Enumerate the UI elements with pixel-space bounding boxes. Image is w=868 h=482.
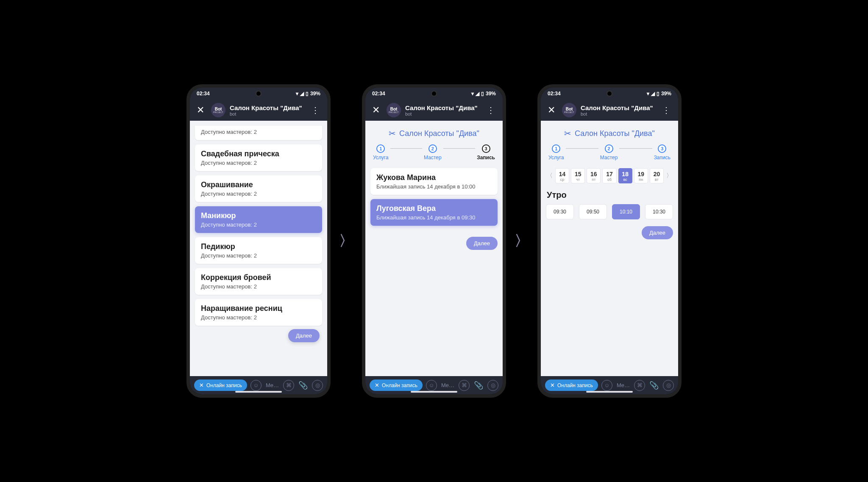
status-time: 02:34 [548, 91, 561, 97]
menu-dots-icon[interactable]: ⋮ [308, 103, 323, 117]
date-cell[interactable]: 18вс [618, 168, 632, 183]
header-subtitle: bot [581, 111, 654, 116]
date-number: 16 [587, 171, 600, 177]
commands-icon[interactable]: ⌘ [634, 380, 645, 391]
wifi-icon: ▾ [296, 91, 298, 97]
home-indicator [235, 391, 282, 393]
battery-icon: ▯ [481, 91, 484, 97]
commands-icon[interactable]: ⌘ [283, 380, 294, 391]
close-icon[interactable]: ✕ [194, 103, 207, 117]
service-card-partial[interactable]: Доступно мастеров: 2 [195, 126, 322, 140]
message-input[interactable]: Mess… [616, 382, 631, 388]
card-sub: Доступно мастеров: 2 [201, 314, 316, 321]
status-icons: ▾ ◢ ▯ 39% [296, 91, 320, 97]
date-next-icon[interactable]: 〉 [665, 172, 673, 180]
scissors-icon: ✂ [564, 128, 571, 139]
avatar-text-bottom: PROJECT [389, 111, 398, 114]
emoji-icon[interactable]: ☺ [426, 380, 437, 391]
header-text-block[interactable]: Салон Красоты "Дива" bot [405, 104, 479, 116]
chip-label: Онлайн запись [382, 382, 417, 388]
status-time: 02:34 [372, 91, 385, 97]
bot-avatar[interactable]: Bot PROJECT [387, 103, 401, 117]
next-button[interactable]: Далее [288, 329, 320, 342]
step-service[interactable]: 1 Услуга [548, 144, 564, 161]
header-title: Салон Красоты "Дива" [581, 104, 654, 111]
close-icon[interactable]: ✕ [545, 103, 558, 117]
date-cell[interactable]: 20вт [650, 168, 664, 183]
list-card[interactable]: МаникюрДоступно мастеров: 2 [195, 206, 322, 233]
card-title: Наращивание ресниц [201, 304, 316, 313]
list-card[interactable]: Жукова МаринаБлижайшая запись 14 декабря… [370, 168, 498, 195]
attach-icon[interactable]: 📎 [298, 380, 309, 391]
bot-avatar[interactable]: Bot PROJECT [211, 103, 225, 117]
date-cell[interactable]: 14ср [555, 168, 569, 183]
time-slot[interactable]: 09:30 [546, 204, 574, 219]
step-booking[interactable]: 3 Запись [477, 144, 495, 161]
avatar-text-bottom: PROJECT [213, 111, 223, 114]
step-circle: 3 [482, 144, 490, 153]
date-cell[interactable]: 16пт [587, 168, 601, 183]
emoji-icon[interactable]: ☺ [601, 380, 612, 391]
menu-dots-icon[interactable]: ⋮ [659, 103, 674, 117]
camera-icon[interactable]: ◎ [487, 380, 498, 391]
next-button[interactable]: Далее [466, 237, 498, 250]
list-card[interactable]: ПедикюрДоступно мастеров: 2 [195, 237, 322, 264]
list-card[interactable]: Луговская ВераБлижайшая запись 14 декабр… [370, 199, 498, 226]
attach-icon[interactable]: 📎 [648, 380, 659, 391]
close-icon[interactable]: ✕ [370, 103, 382, 117]
time-slot[interactable]: 10:30 [645, 204, 673, 219]
bot-avatar[interactable]: Bot PROJECT [562, 103, 576, 117]
home-indicator [411, 391, 457, 393]
step-service[interactable]: 1 Услуга [373, 144, 389, 161]
list-card[interactable]: ОкрашиваниеДоступно мастеров: 2 [195, 175, 322, 202]
step-line [390, 148, 423, 149]
online-booking-chip[interactable]: ✕ Онлайн запись [545, 380, 598, 391]
card-title: Луговская Вера [376, 204, 492, 213]
menu-dots-icon[interactable]: ⋮ [483, 103, 498, 117]
signal-icon: ◢ [476, 91, 479, 97]
date-weekday: чт [571, 177, 584, 182]
list-card[interactable]: Коррекция бровейДоступно мастеров: 2 [195, 268, 322, 295]
message-input[interactable]: Mess… [440, 382, 455, 388]
online-booking-chip[interactable]: ✕ Онлайн запись [194, 380, 247, 391]
camera-icon[interactable]: ◎ [663, 380, 674, 391]
date-cell[interactable]: 17сб [602, 168, 616, 183]
date-weekday: ср [556, 177, 569, 182]
step-circle: 1 [376, 144, 385, 153]
header-subtitle: bot [405, 111, 479, 116]
step-master[interactable]: 2 Мастер [424, 144, 442, 161]
attach-icon[interactable]: 📎 [473, 380, 484, 391]
step-booking[interactable]: 3 Запись [654, 144, 670, 161]
card-title: Жукова Марина [376, 173, 492, 182]
battery-percent: 39% [661, 91, 671, 97]
chip-close-icon: ✕ [199, 382, 204, 388]
list-card[interactable]: Наращивание ресницДоступно мастеров: 2 [195, 299, 322, 326]
stepper: 1 Услуга 2 Мастер 3 Запись [546, 144, 673, 161]
camera-icon[interactable]: ◎ [312, 380, 323, 391]
date-prev-icon[interactable]: 〈 [546, 172, 554, 180]
header-text-block[interactable]: Салон Красоты "Дива" bot [581, 104, 654, 116]
online-booking-chip[interactable]: ✕ Онлайн запись [370, 380, 423, 391]
list-card[interactable]: Свадебная прическаДоступно мастеров: 2 [195, 144, 322, 171]
battery-percent: 39% [486, 91, 496, 97]
step-label: Мастер [600, 155, 618, 161]
header-text-block[interactable]: Салон Красоты "Дива" bot [230, 104, 303, 116]
time-slot[interactable]: 09:50 [579, 204, 607, 219]
date-cell[interactable]: 15чт [571, 168, 585, 183]
step-circle: 3 [658, 144, 666, 153]
card-sub: Доступно мастеров: 2 [201, 160, 316, 166]
step-line [566, 148, 598, 149]
message-input[interactable]: Mess… [265, 382, 280, 388]
time-slot[interactable]: 10:10 [612, 204, 640, 219]
date-cell[interactable]: 19пн [634, 168, 648, 183]
avatar-text-top: Bot [215, 107, 222, 111]
step-master[interactable]: 2 Мастер [600, 144, 618, 161]
date-number: 19 [634, 171, 648, 177]
header-title: Салон Красоты "Дива" [230, 104, 303, 111]
emoji-icon[interactable]: ☺ [250, 380, 262, 391]
date-weekday: вс [619, 177, 632, 182]
next-button[interactable]: Далее [642, 226, 673, 239]
stepper: 1 Услуга 2 Мастер 3 Запись [370, 144, 498, 161]
chip-label: Онлайн запись [206, 382, 242, 388]
commands-icon[interactable]: ⌘ [459, 380, 470, 391]
